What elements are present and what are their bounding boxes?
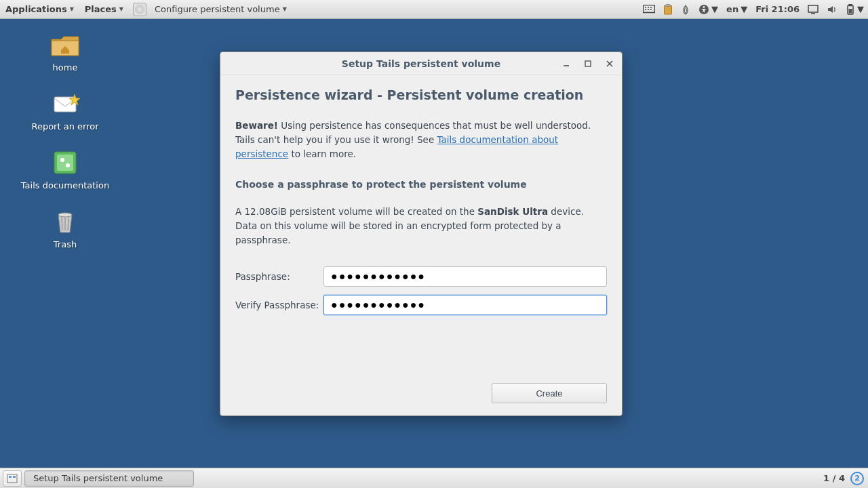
svg-rect-31 (9, 476, 12, 478)
book-icon (49, 149, 81, 176)
clock-label: Fri 21:06 (755, 4, 800, 14)
active-app-icon (133, 3, 146, 16)
chevron-down-icon: ▼ (857, 4, 864, 14)
chevron-down-icon: ▼ (119, 6, 123, 12)
beware-paragraph: Beware! Using persistence has consequenc… (235, 119, 607, 161)
chevron-down-icon: ▼ (283, 6, 287, 12)
top-panel: Applications ▼ Places ▼ Configure persis… (0, 0, 868, 19)
chevron-down-icon: ▼ (741, 4, 747, 14)
bottom-panel: Setup Tails persistent volume 1 / 4 2 (0, 468, 868, 488)
minimize-button[interactable] (558, 56, 574, 72)
applications-label: Applications (5, 4, 67, 14)
beware-text-2: to learn more. (288, 148, 356, 159)
passphrase-input[interactable] (323, 266, 607, 287)
desktop-icons: home Report an error Tails documentation… (11, 31, 119, 267)
device-name: SanDisk Ultra (477, 206, 548, 217)
svg-rect-11 (808, 5, 818, 12)
accessibility-menu[interactable]: ▼ (694, 0, 722, 18)
places-label: Places (85, 4, 117, 14)
beware-strong: Beware! (235, 120, 278, 131)
svg-rect-8 (666, 4, 670, 6)
active-app-label: Configure persistent volume (155, 4, 280, 14)
taskbar-entry[interactable]: Setup Tails persistent volume (24, 470, 194, 487)
desktop-icon-label: Report an error (31, 121, 98, 131)
svg-rect-19 (57, 155, 73, 171)
desktop-icon-label: Trash (54, 239, 77, 249)
tor-onion-icon[interactable] (677, 0, 694, 18)
clipboard-icon[interactable] (659, 0, 677, 18)
chevron-down-icon: ▼ (70, 6, 74, 12)
passphrase-form: Passphrase: Verify Passphrase: (235, 266, 607, 323)
taskbar-entry-label: Setup Tails persistent volume (33, 473, 163, 483)
system-tray: ▼ en ▼ Fri 21:06 ▼ (639, 0, 868, 18)
battery-menu[interactable]: ▼ (842, 0, 868, 18)
chevron-down-icon: ▼ (711, 4, 718, 14)
desktop-icon-report-error[interactable]: Report an error (11, 90, 119, 131)
svg-point-22 (58, 213, 72, 217)
svg-rect-27 (585, 61, 591, 66)
wizard-heading: Persistence wizard - Persistent volume c… (235, 87, 607, 102)
passphrase-label: Passphrase: (235, 271, 323, 282)
window-titlebar[interactable]: Setup Tails persistent volume (220, 52, 622, 75)
desktop-icon-label: Tails documentation (21, 180, 109, 190)
folder-home-icon (49, 31, 81, 58)
choose-heading: Choose a passphrase to protect the persi… (235, 179, 607, 190)
button-row: Create (235, 376, 607, 403)
info-text-1: A 12.08GiB persistent volume will be cre… (235, 206, 477, 217)
show-desktop-button[interactable] (3, 470, 22, 487)
passphrase-row: Passphrase: (235, 266, 607, 287)
places-menu[interactable]: Places ▼ (79, 0, 129, 18)
verify-passphrase-input[interactable] (323, 295, 607, 315)
svg-rect-15 (849, 9, 852, 14)
desktop-icon-tails-docs[interactable]: Tails documentation (11, 149, 119, 190)
volume-icon[interactable] (823, 0, 842, 18)
language-label: en (726, 4, 738, 14)
workspace-indicator[interactable]: 1 / 4 (818, 473, 850, 483)
desktop-icon-trash[interactable]: Trash (11, 208, 119, 249)
display-icon[interactable] (804, 0, 823, 18)
svg-point-10 (703, 6, 705, 8)
keyboard-indicator[interactable] (639, 0, 659, 18)
create-button[interactable]: Create (492, 383, 607, 403)
envelope-star-icon (49, 90, 81, 117)
svg-rect-30 (7, 474, 17, 483)
maximize-button[interactable] (580, 56, 596, 72)
svg-rect-32 (13, 476, 16, 478)
window-controls (553, 52, 618, 75)
active-app-menu[interactable]: Configure persistent volume ▼ (149, 0, 292, 18)
language-indicator[interactable]: en ▼ (722, 0, 751, 18)
applications-menu[interactable]: Applications ▼ (0, 0, 79, 18)
verify-passphrase-label: Verify Passphrase: (235, 300, 323, 310)
window-title: Setup Tails persistent volume (342, 58, 500, 69)
close-button[interactable] (601, 56, 618, 72)
svg-rect-0 (644, 5, 655, 12)
volume-info: A 12.08GiB persistent volume will be cre… (235, 205, 607, 247)
verify-passphrase-row: Verify Passphrase: (235, 295, 607, 315)
desktop-icon-home[interactable]: home (11, 31, 119, 73)
svg-point-21 (66, 163, 70, 167)
workspace-badge[interactable]: 2 (850, 472, 864, 485)
trash-icon (49, 208, 81, 235)
svg-point-20 (60, 158, 64, 162)
clock[interactable]: Fri 21:06 (751, 0, 804, 18)
desktop-icon-label: home (53, 62, 78, 73)
persistence-wizard-window: Setup Tails persistent volume Persistenc… (220, 52, 623, 416)
window-body: Persistence wizard - Persistent volume c… (220, 75, 622, 415)
